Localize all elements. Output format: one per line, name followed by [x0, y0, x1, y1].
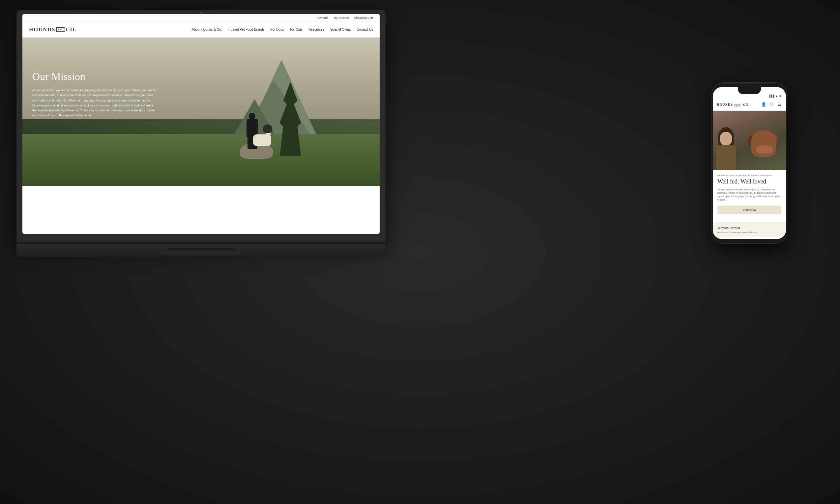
hero-body-text: At Hounds & Co., we are committed to pro… [32, 88, 158, 118]
person-head [249, 113, 255, 120]
phone-person-face [720, 132, 732, 145]
logo-and: AND [56, 28, 65, 32]
website-desktop: Rewards My Account Shopping Cart HOUNDS … [22, 14, 380, 234]
dog-head [263, 125, 272, 133]
shop-now-button[interactable]: Shop Now [717, 205, 781, 214]
phone-status-icons: ▐▐▐ ▲ ▮ [768, 94, 781, 97]
main-navigation: HOUNDS AND CO. About Hounds & Co. Truste… [22, 22, 380, 38]
nav-special-offers[interactable]: Special Offers [330, 28, 351, 31]
nav-trusted-brands[interactable]: Trusted Pet Food Brands [228, 28, 264, 31]
ground [22, 134, 380, 186]
phone-notch [738, 87, 761, 94]
person-dog-silhouette [233, 93, 280, 159]
logo-text-1: HOUNDS [29, 27, 55, 33]
laptop-device: Rewards My Account Shopping Cart HOUNDS … [17, 10, 386, 257]
phone-content-area: Health-focused Pet Food in Portage & Kal… [713, 170, 786, 222]
hero-section: Our Mission At Hounds & Co., we are comm… [22, 38, 380, 186]
cart-icon[interactable]: 🛒 [769, 102, 774, 107]
phone-logo-and: AND [735, 104, 741, 106]
logo[interactable]: HOUNDS AND CO. [29, 27, 77, 33]
laptop-body: Rewards My Account Shopping Cart HOUNDS … [17, 10, 386, 244]
nav-contact-us[interactable]: Contact Us [357, 28, 373, 31]
menu-icon[interactable]: ☰ [777, 102, 782, 107]
hero-title: Our Mission [32, 71, 158, 83]
nav-for-dogs[interactable]: For Dogs [271, 28, 284, 31]
phone-screen: ▐▐▐ ▲ ▮ HOUNDS AND CO. 👤 🛒 ☰ [713, 87, 786, 239]
laptop-camera [200, 12, 202, 14]
phone-dog-snout [756, 145, 773, 154]
account-icon[interactable]: 👤 [761, 102, 766, 107]
dog-silhouette [253, 125, 274, 151]
battery-icon: ▮ [779, 94, 781, 97]
rewards-link[interactable]: Rewards [316, 16, 328, 19]
nav-links: About Hounds & Co. Trusted Pet Food Bran… [192, 28, 373, 31]
logo-text-2: CO. [66, 27, 77, 33]
phone-heading: Well fed. Well loved. [717, 178, 781, 185]
signal-icon: ▐▐▐ [768, 94, 774, 97]
phone-bottom-text: Hounds and Co. is women owned and locall… [717, 231, 781, 234]
utility-bar: Rewards My Account Shopping Cart [22, 14, 380, 22]
laptop-stand [158, 252, 244, 257]
white-strip [22, 186, 380, 196]
phone-device: ▐▐▐ ▲ ▮ HOUNDS AND CO. 👤 🛒 ☰ [712, 82, 787, 244]
nav-resources[interactable]: Resources [308, 28, 324, 31]
hero-content: Our Mission At Hounds & Co., we are comm… [32, 71, 158, 118]
phone-navigation: HOUNDS AND CO. 👤 🛒 ☰ [713, 99, 786, 111]
shopping-cart-link[interactable]: Shopping Cart [354, 16, 373, 19]
phone-bottom-card: Woman Owned Hounds and Co. is women owne… [713, 222, 786, 237]
nav-for-cats[interactable]: For Cats [290, 28, 303, 31]
phone-body: ▐▐▐ ▲ ▮ HOUNDS AND CO. 👤 🛒 ☰ [712, 82, 787, 244]
phone-nav-icons: 👤 🛒 ☰ [761, 102, 782, 107]
phone-person-body [716, 145, 736, 170]
phone-hero-image [713, 111, 786, 170]
phone-bottom-title: Woman Owned [717, 226, 781, 230]
dog-body [253, 134, 271, 146]
wifi-icon: ▲ [775, 94, 778, 97]
phone-logo[interactable]: HOUNDS AND CO. [717, 103, 750, 106]
phone-logo-text-1: HOUNDS [717, 103, 733, 106]
nav-about[interactable]: About Hounds & Co. [192, 28, 222, 31]
my-account-link[interactable]: My Account [334, 16, 349, 19]
laptop-screen: Rewards My Account Shopping Cart HOUNDS … [22, 14, 380, 234]
phone-subtitle: Health-focused Pet Food in Portage & Kal… [717, 174, 781, 177]
laptop-base [17, 244, 386, 257]
phone-dog-illustration [750, 130, 779, 163]
phone-person-illustration [716, 127, 736, 170]
phone-body-text: Your pet deserves the best. At Hounds & … [717, 188, 781, 202]
phone-logo-text-2: CO. [743, 103, 750, 106]
